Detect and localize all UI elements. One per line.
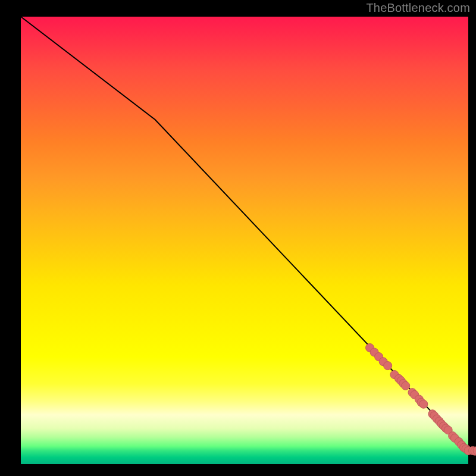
data-point <box>384 362 392 370</box>
data-point <box>419 400 428 408</box>
chart-svg <box>21 17 468 464</box>
data-point <box>402 381 410 390</box>
attribution-text: TheBottleneck.com <box>366 1 470 15</box>
chart-container: TheBottleneck.com <box>0 0 476 476</box>
plot-area <box>21 17 468 464</box>
markers-layer <box>366 343 476 455</box>
